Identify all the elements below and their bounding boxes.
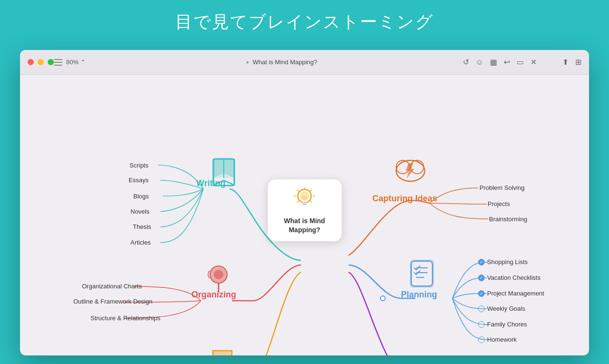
more-icon: [209, 349, 236, 355]
leaf-blogs: Blogs: [133, 193, 149, 200]
svg-point-0: [380, 296, 385, 301]
leaf-novels: Novels: [130, 208, 150, 215]
leaf-outline: Outline & Framework Design: [73, 298, 152, 305]
bulb-icon: [293, 187, 316, 214]
toolbar-left: 80% ⌃: [54, 59, 101, 66]
leaf-structure: Structure & Relationships: [90, 315, 160, 322]
app-window: 80% ⌃ ▸ What is Mind Mapping? ↺ ☺ ▦ ↩ ▭ …: [20, 50, 589, 355]
checkbox-weekly: [478, 305, 485, 312]
organizing-label: Organizing: [191, 290, 236, 300]
planning-icon: [408, 259, 436, 293]
leaf-homework: Homework: [478, 336, 517, 343]
leaf-scripts: Scripts: [130, 162, 149, 169]
central-node[interactable]: What is Mind Mapping?: [268, 179, 341, 241]
toolbar-center: ▸ What is Mind Mapping?: [101, 59, 463, 66]
svg-rect-27: [302, 202, 308, 203]
leaf-family-chores: Family Chores: [478, 321, 527, 328]
writing-icon: [210, 157, 238, 195]
image-icon[interactable]: ▦: [490, 58, 497, 67]
window-title: What is Mind Mapping?: [252, 59, 317, 66]
leaf-essays: Essays: [129, 177, 149, 184]
writing-label: Writing: [196, 178, 226, 188]
document-icon: ▸: [247, 59, 250, 65]
leaf-articles: Articles: [130, 239, 151, 246]
central-node-text: What is Mind Mapping?: [268, 216, 341, 234]
svg-rect-28: [302, 204, 307, 205]
svg-line-22: [310, 201, 312, 202]
svg-line-20: [310, 190, 312, 191]
leaf-weekly-goals: Weekly Goals: [478, 305, 525, 312]
leaf-projects: Projects: [488, 200, 510, 207]
svg-line-25: [298, 201, 299, 202]
zoom-controls[interactable]: 80% ⌃: [66, 59, 86, 66]
checkbox-shopping: [478, 259, 485, 266]
refresh-icon[interactable]: ↺: [463, 58, 469, 67]
leaf-brainstorming: Brainstorming: [489, 216, 527, 223]
traffic-lights: [28, 59, 54, 65]
leaf-org-charts: Organizational Charts: [82, 283, 142, 290]
undo-icon[interactable]: ↩: [504, 58, 510, 67]
svg-line-23: [298, 190, 299, 191]
checkbox-family: [478, 321, 485, 328]
zoom-value: 80%: [66, 59, 79, 66]
page-title: 目で見てブレインストーミング: [0, 0, 609, 34]
titlebar: 80% ⌃ ▸ What is Mind Mapping? ↺ ☺ ▦ ↩ ▭ …: [20, 50, 589, 75]
svg-point-9: [410, 160, 424, 174]
mind-map-canvas: Writing Scripts Essays Blogs Novels Thes…: [20, 75, 589, 355]
capturing-label: Capturing Ideas: [372, 194, 437, 204]
minus-icon[interactable]: ▭: [517, 58, 524, 67]
leaf-shopping-lists: Shopping Lists: [478, 258, 528, 266]
planning-label: Planning: [401, 290, 437, 300]
leaf-problem-solving: Problem Solving: [479, 184, 525, 191]
checkbox-vacation: [478, 275, 485, 281]
share-icon[interactable]: ⬆: [562, 58, 569, 67]
leaf-vacation-checklists: Vacation Checklists: [478, 274, 540, 281]
svg-rect-14: [410, 260, 433, 287]
svg-point-5: [214, 270, 223, 279]
leaf-thesis: Thesis: [133, 223, 151, 230]
leaf-project-management: Project Management: [478, 290, 544, 297]
close-icon[interactable]: ✕: [530, 58, 537, 67]
minimize-button[interactable]: [38, 59, 44, 65]
layout-icon[interactable]: ⊞: [575, 58, 581, 67]
emoji-icon[interactable]: ☺: [476, 58, 483, 67]
checkbox-homework: [478, 336, 485, 343]
capturing-icon: [393, 157, 428, 190]
zoom-stepper[interactable]: ⌃: [80, 59, 86, 66]
checkbox-project: [478, 290, 485, 297]
maximize-button[interactable]: [48, 59, 54, 65]
toolbar-right[interactable]: ↺ ☺ ▦ ↩ ▭ ✕ ⬆ ⊞: [463, 58, 581, 67]
sidebar-toggle[interactable]: [54, 59, 62, 66]
close-button[interactable]: [28, 59, 34, 65]
